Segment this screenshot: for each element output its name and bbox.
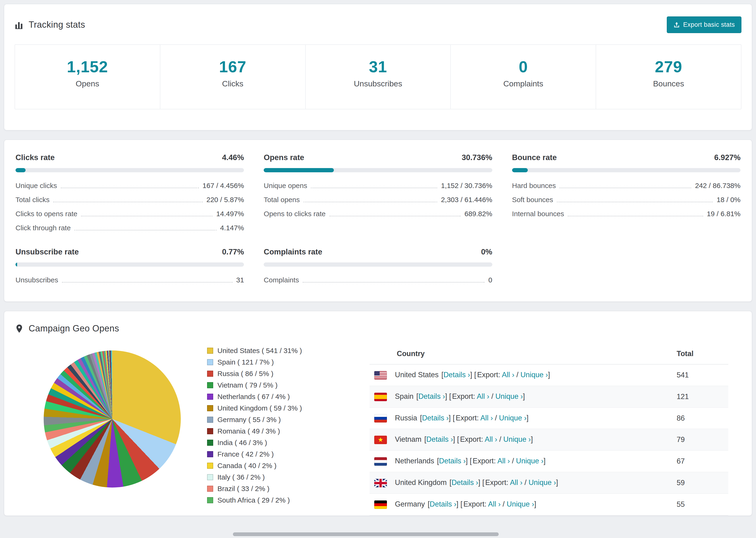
legend-item: Netherlands ( 67 / 4% )	[207, 393, 348, 401]
rate-progress-bar	[16, 168, 244, 172]
export-label: Export:	[473, 457, 496, 465]
rate-head: Complaints rate 0%	[264, 247, 492, 256]
geo-opens-header: Campaign Geo Opens	[4, 311, 752, 337]
export-all-link[interactable]: All ›	[477, 392, 489, 401]
detail-value: 167 / 4.456%	[203, 182, 244, 190]
export-unique-link[interactable]: Unique ›	[528, 478, 556, 487]
tracking-stats-header: Tracking stats Export basic stats	[4, 4, 752, 42]
rate-progress-fill	[16, 168, 26, 172]
dotted-leader	[329, 216, 460, 216]
rate-title: Complaints rate	[264, 247, 322, 256]
legend-item: United States ( 541 / 31% )	[207, 347, 348, 355]
rate-head: Unsubscribe rate 0.77%	[16, 247, 244, 256]
detail-value: 0	[488, 276, 492, 284]
details-link[interactable]: Details ›	[422, 414, 449, 422]
legend-label: Italy ( 36 / 2% )	[217, 473, 265, 481]
rate-detail-row: Complaints 0	[264, 273, 492, 287]
export-unique-link[interactable]: Unique ›	[520, 371, 548, 379]
export-unique-link[interactable]: Unique ›	[495, 392, 523, 401]
rate-head: Clicks rate 4.46%	[16, 153, 244, 162]
detail-value: 689.82%	[464, 210, 492, 218]
legend-label: Spain ( 121 / 7% )	[217, 358, 274, 366]
export-all-link[interactable]: All ›	[488, 500, 501, 508]
export-unique-link[interactable]: Unique ›	[507, 500, 534, 508]
legend-color-swatch	[207, 474, 213, 480]
rate-detail-rows: Unique clicks 167 / 4.456% Total clicks …	[16, 179, 244, 235]
export-label: Export:	[452, 392, 475, 401]
dotted-leader	[303, 202, 437, 202]
geo-table-container: Country Total United States[Details ›] […	[369, 344, 728, 515]
export-label: Export:	[460, 435, 483, 443]
rate-title: Unsubscribe rate	[16, 247, 79, 256]
geo-table-row: United Kingdom[Details ›] [Export: All ›…	[369, 472, 728, 494]
total-column-header: Total	[676, 344, 728, 364]
rate-block: Opens rate 30.736% Unique opens 1,152 / …	[264, 153, 492, 235]
export-all-link[interactable]: All ›	[497, 457, 510, 465]
stat-value: 0	[451, 58, 596, 76]
country-name: Germany	[395, 500, 425, 508]
dotted-leader	[75, 230, 216, 231]
legend-color-swatch	[207, 371, 213, 377]
country-flag	[374, 501, 387, 509]
details-link[interactable]: Details ›	[430, 500, 457, 508]
export-unique-link[interactable]: Unique ›	[499, 414, 526, 422]
rate-detail-row: Clicks to opens rate 14.497%	[16, 207, 244, 221]
rate-progress-fill	[512, 168, 528, 172]
horizontal-scrollbar-thumb[interactable]	[233, 532, 499, 536]
legend-label: Russia ( 86 / 5% )	[217, 370, 273, 378]
geo-table-row: Russia[Details ›] [Export: All › / Uniqu…	[369, 407, 728, 429]
detail-value: 31	[236, 276, 244, 284]
rate-detail-row: Total clicks 220 / 5.87%	[16, 193, 244, 207]
details-link[interactable]: Details ›	[452, 478, 478, 487]
legend-label: Canada ( 40 / 2% )	[217, 462, 277, 470]
country-total: 59	[676, 472, 728, 494]
detail-label: Total opens	[264, 196, 299, 204]
geo-table-row: Netherlands[Details ›] [Export: All › / …	[369, 451, 728, 472]
legend-color-swatch	[207, 451, 213, 457]
export-all-link[interactable]: All ›	[502, 371, 514, 379]
legend-label: United States ( 541 / 31% )	[217, 347, 302, 355]
export-all-link[interactable]: All ›	[510, 478, 522, 487]
export-icon	[674, 22, 680, 28]
legend-color-swatch	[207, 417, 213, 423]
rate-block: Clicks rate 4.46% Unique clicks 167 / 4.…	[16, 153, 244, 235]
details-link[interactable]: Details ›	[426, 435, 453, 443]
rate-progress-bar	[264, 168, 492, 172]
country-flag	[374, 371, 387, 380]
rate-block: Unsubscribe rate 0.77% Unsubscribes 31	[16, 247, 244, 287]
stat-label: Clicks	[160, 79, 305, 88]
legend-label: South Africa ( 29 / 2% )	[217, 496, 290, 504]
detail-label: Click through rate	[16, 224, 71, 232]
dotted-leader	[81, 216, 212, 216]
country-flag	[374, 436, 387, 444]
legend-item: France ( 42 / 2% )	[207, 450, 348, 458]
country-name: Vietnam	[395, 435, 421, 443]
detail-label: Unique clicks	[16, 182, 57, 190]
details-link[interactable]: Details ›	[439, 457, 466, 465]
export-unique-link[interactable]: Unique ›	[503, 435, 531, 443]
country-name: Spain	[395, 392, 413, 401]
country-total: 86	[676, 407, 728, 429]
details-link[interactable]: Details ›	[444, 371, 470, 379]
rate-value: 30.736%	[461, 153, 492, 162]
legend-color-swatch	[207, 486, 213, 492]
legend-item: Italy ( 36 / 2% )	[207, 473, 348, 481]
dotted-leader	[311, 188, 437, 188]
export-unique-link[interactable]: Unique ›	[516, 457, 544, 465]
dotted-leader	[303, 282, 485, 283]
legend-item: United Kingdom ( 59 / 3% )	[207, 404, 348, 412]
stat-value: 31	[306, 58, 451, 76]
geo-table-header-row: Country Total	[369, 344, 728, 364]
detail-value: 1,152 / 30.736%	[441, 182, 492, 190]
export-basic-stats-button[interactable]: Export basic stats	[667, 17, 741, 33]
legend-label: France ( 42 / 2% )	[217, 450, 274, 458]
country-flag	[374, 414, 387, 422]
country-name: Russia	[395, 414, 417, 422]
stat-value: 279	[596, 58, 741, 76]
export-all-link[interactable]: All ›	[485, 435, 497, 443]
export-label: Export:	[463, 500, 486, 508]
details-link[interactable]: Details ›	[418, 392, 445, 401]
legend-item: India ( 46 / 3% )	[207, 439, 348, 447]
legend-label: Germany ( 55 / 3% )	[217, 416, 281, 424]
export-all-link[interactable]: All ›	[480, 414, 493, 422]
